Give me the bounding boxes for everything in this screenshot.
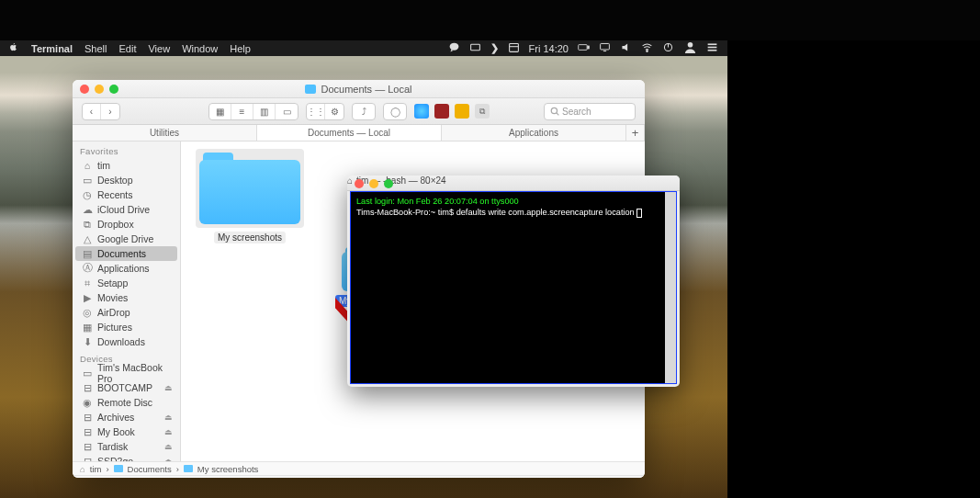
sidebar-item-google-drive[interactable]: △Google Drive — [73, 232, 180, 246]
sidebar-item-documents[interactable]: ▤Documents — [75, 246, 177, 261]
close-button[interactable] — [355, 179, 364, 188]
sidebar-item-desktop[interactable]: ▭Desktop — [73, 173, 180, 187]
sidebar-item-applications[interactable]: ⒶApplications — [73, 261, 180, 276]
sidebar-item-airdrop[interactable]: ◎AirDrop — [73, 305, 180, 320]
menu-view[interactable]: View — [148, 43, 170, 54]
sidebar-item-bootcamp[interactable]: ⊟BOOTCAMP⏏ — [73, 380, 180, 395]
sidebar-item-archives[interactable]: ⊟Archives⏏ — [73, 410, 180, 424]
display-icon[interactable] — [599, 41, 611, 55]
sidebar-item-setapp[interactable]: ⌗Setapp — [73, 276, 180, 290]
list-view-button[interactable]: ≡ — [231, 104, 253, 119]
eject-icon[interactable]: ⏏ — [164, 383, 173, 392]
zoom-button[interactable] — [109, 85, 118, 94]
finder-titlebar[interactable]: Documents — Local — [73, 80, 645, 98]
menu-shell[interactable]: Shell — [84, 43, 107, 54]
svg-point-8 — [647, 51, 648, 52]
terminal-body[interactable]: Last login: Mon Feb 26 20:07:04 on ttys0… — [350, 191, 677, 384]
date-icon[interactable] — [508, 41, 520, 55]
sidebar-item-my-book[interactable]: ⊟My Book⏏ — [73, 424, 180, 439]
sidebar-item-label: tim — [97, 160, 110, 171]
clock-text[interactable]: Fri 14:20 — [529, 43, 569, 54]
messages-icon[interactable] — [448, 41, 460, 55]
sidebar-item-ssd2go[interactable]: ⊟SSD2go⏏ — [73, 454, 180, 461]
tab-applications[interactable]: Applications — [442, 125, 626, 141]
menu-edit[interactable]: Edit — [119, 43, 137, 54]
forward-button[interactable]: › — [101, 104, 119, 119]
menu-window[interactable]: Window — [182, 43, 218, 54]
sidebar-item-label: Movies — [97, 292, 128, 303]
tags-button[interactable]: ◯ — [383, 103, 407, 120]
app-name[interactable]: Terminal — [31, 43, 73, 54]
disk-icon: ⊟ — [82, 382, 93, 393]
folder-icon — [305, 85, 316, 94]
sidebar-item-remote-disc[interactable]: ◉Remote Disc — [73, 395, 180, 410]
apple-menu-icon[interactable] — [7, 41, 19, 55]
tab-documents[interactable]: Documents — Local — [257, 125, 442, 141]
menubar: Terminal Shell Edit View Window Help ❯ F… — [0, 40, 727, 56]
folder-my-screenshots[interactable]: My screenshots — [196, 149, 304, 243]
gallery-view-button[interactable]: ▭ — [276, 104, 298, 119]
sidebar-item-pictures[interactable]: ▦Pictures — [73, 320, 180, 334]
gdrive-icon: △ — [82, 233, 93, 244]
minimize-button[interactable] — [95, 85, 104, 94]
app-icon-3[interactable] — [455, 104, 469, 119]
zoom-button[interactable] — [384, 179, 393, 188]
sidebar-item-label: Archives — [97, 412, 134, 423]
sidebar-item-label: Setapp — [97, 277, 128, 289]
column-view-button[interactable]: ▥ — [253, 104, 276, 119]
toolbar-apps: ⧉ — [414, 104, 490, 119]
svg-rect-12 — [708, 43, 717, 45]
terminal-scrollbar[interactable] — [665, 192, 676, 383]
nav-buttons: ‹ › — [82, 103, 120, 120]
search-field[interactable]: Search — [544, 103, 636, 120]
close-button[interactable] — [80, 85, 89, 94]
path-home[interactable]: tim — [90, 464, 102, 474]
battery-icon[interactable] — [578, 41, 590, 55]
dropbox-toolbar-icon[interactable]: ⧉ — [475, 104, 490, 119]
user-icon[interactable] — [683, 40, 697, 56]
finder-pathbar[interactable]: ⌂ tim › Documents › My screenshots — [73, 461, 645, 475]
chevron-icon[interactable]: ❯ — [490, 42, 499, 54]
disk-icon: ⊟ — [82, 441, 93, 452]
back-button[interactable]: ‹ — [83, 104, 101, 119]
tab-new[interactable]: + — [626, 125, 645, 141]
sidebar-item-tim-s-macbook-pro[interactable]: ▭Tim's MacBook Pro — [73, 366, 180, 380]
app-icon-2[interactable] — [434, 104, 449, 119]
terminal-titlebar[interactable]: ⌂tim — -bash — 80×24 — [347, 175, 680, 191]
eject-icon[interactable]: ⏏ — [164, 413, 173, 422]
keyboard-icon[interactable] — [469, 41, 481, 55]
share-button[interactable]: ⤴ — [352, 103, 376, 120]
wifi-icon[interactable] — [641, 41, 653, 55]
window-title: Documents — Local — [321, 84, 411, 95]
picture-icon: ▦ — [82, 322, 93, 333]
eject-icon[interactable]: ⏏ — [164, 427, 173, 436]
sidebar-item-tardisk[interactable]: ⊟Tardisk⏏ — [73, 439, 180, 454]
icon-view-button[interactable]: ▦ — [209, 104, 231, 119]
terminal-window[interactable]: ⌂tim — -bash — 80×24 Last login: Mon Feb… — [347, 175, 680, 387]
menu-help[interactable]: Help — [230, 43, 251, 54]
eject-icon[interactable]: ⏏ — [164, 442, 173, 451]
volume-icon[interactable] — [620, 41, 632, 55]
arrange-button[interactable]: ⋮⋮ — [307, 104, 325, 119]
sidebar-item-label: iCloud Drive — [97, 204, 150, 215]
path-documents[interactable]: Documents — [128, 464, 172, 474]
minimize-button[interactable] — [369, 179, 378, 188]
sidebar-item-label: Remote Disc — [97, 397, 152, 408]
list-icon[interactable] — [706, 41, 718, 55]
tab-utilities[interactable]: Utilities — [73, 125, 257, 141]
app-icon-1[interactable] — [414, 104, 429, 119]
sidebar-item-recents[interactable]: ◷Recents — [73, 187, 180, 202]
path-my-screenshots[interactable]: My screenshots — [197, 464, 259, 474]
home-icon: ⌂ — [82, 160, 93, 171]
sidebar-item-downloads[interactable]: ⬇Downloads — [73, 334, 180, 349]
svg-point-0 — [449, 43, 458, 51]
eject-icon[interactable]: ⏏ — [164, 457, 173, 461]
sidebar-item-movies[interactable]: ▶Movies — [73, 290, 180, 305]
sidebar-item-dropbox[interactable]: ⧉Dropbox — [73, 217, 180, 232]
home-icon: ⌂ — [347, 175, 353, 186]
movie-icon: ▶ — [82, 292, 93, 303]
sidebar-item-tim[interactable]: ⌂tim — [73, 158, 180, 173]
gear-button[interactable]: ⚙︎ — [325, 104, 344, 119]
sidebar-item-icloud-drive[interactable]: ☁iCloud Drive — [73, 202, 180, 217]
dnd-icon[interactable] — [662, 41, 674, 55]
